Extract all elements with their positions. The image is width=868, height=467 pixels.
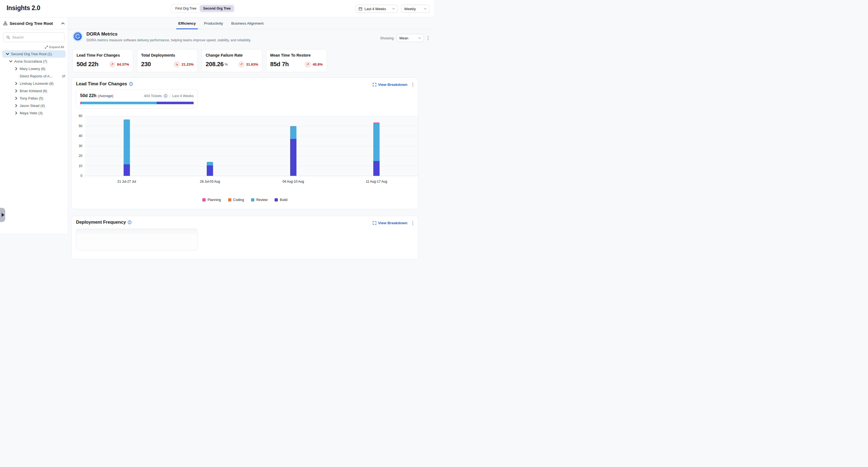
more-menu-icon[interactable] (427, 35, 430, 41)
chevron-right-icon (14, 67, 18, 70)
gridline (85, 136, 418, 136)
bar-segment-review (290, 126, 297, 139)
bar-segment-build (373, 161, 379, 176)
legend-item-review[interactable]: Review (251, 198, 268, 202)
org-tree: Second Org Tree Root (1) Anna Scozzafava… (0, 50, 68, 117)
stacked-bar (290, 126, 297, 176)
chevron-down-icon (392, 8, 395, 9)
divider: | (169, 94, 170, 98)
bar-segment-build (124, 164, 130, 176)
chevron-down-icon (5, 53, 9, 55)
y-axis-tick-label: 60 (79, 114, 82, 118)
org-tree-icon (3, 21, 7, 25)
top-bar: Insights 2.0 First Org Tree Second Org T… (0, 0, 434, 18)
tab-bar: Efficiency Productivity Business Alignme… (68, 18, 434, 29)
trend-up-icon: ↗ (109, 61, 115, 67)
bar-segment-build (290, 139, 297, 176)
tree-item[interactable]: Brian Kirkland (6) (0, 87, 68, 95)
x-axis-label: 28 Jul-03 Aug (191, 180, 229, 183)
y-axis-tick-label: 50 (79, 124, 82, 128)
search-icon (6, 35, 10, 39)
tab-productivity[interactable]: Productivity (204, 18, 224, 29)
bar-segment-review (373, 123, 379, 161)
metric-card-mean-time-to-restore: Mean Time To Restore 85d 7h ↗ 40.8% (266, 49, 327, 72)
toggle-first-org-tree[interactable]: First Org Tree (172, 5, 199, 12)
summary-value: 50d 22h (80, 93, 96, 98)
tickets-count: 404 Tickets (144, 94, 162, 98)
legend-swatch (203, 198, 206, 201)
lead-time-summary-card: 50d 22h (Average) 404 Tickets | Last 4 W… (76, 89, 198, 108)
y-axis-tick-label: 20 (79, 154, 82, 158)
tree-item-direct-reports[interactable]: Direct Reports of A... (0, 72, 68, 80)
section-title: Deployment Frequency (76, 220, 126, 225)
filter-sliders-icon[interactable] (62, 74, 66, 78)
gridline (85, 126, 418, 126)
dora-title: DORA Metrics (86, 31, 251, 37)
legend-swatch (251, 198, 254, 201)
trend-badge: ↘ 21.23% (174, 61, 194, 67)
date-range-select[interactable]: Last 4 Weeks (355, 5, 398, 13)
chevron-right-icon (14, 112, 18, 115)
granularity-value: Weekly (404, 7, 416, 11)
chevron-down-icon (424, 8, 427, 9)
info-icon[interactable] (129, 82, 133, 86)
gridline (85, 176, 418, 176)
expand-all-button[interactable]: Expand All (0, 45, 64, 49)
bar-segment-review (207, 162, 213, 165)
tree-item[interactable]: Anna Scozzafava (7) (0, 58, 68, 65)
dora-metrics-header: DORA Metrics DORA metrics measure softwa… (72, 31, 251, 42)
sidebar-header[interactable]: Second Org Tree Root (0, 18, 68, 29)
toggle-second-org-tree[interactable]: Second Org Tree (200, 5, 234, 12)
chevron-up-icon[interactable] (61, 23, 65, 24)
summary-suffix: (Average) (98, 94, 114, 98)
view-breakdown-button[interactable]: View Breakdown (373, 83, 407, 87)
phase-segment-review (82, 102, 157, 104)
tree-item[interactable]: Jason Stead (4) (0, 102, 68, 110)
sidebar-title: Second Org Tree Root (9, 21, 59, 26)
tree-item[interactable]: Tony Pallas (5) (0, 95, 68, 102)
view-breakdown-button[interactable]: View Breakdown (373, 221, 407, 225)
metric-card-change-failure-rate: Change Failure Rate 208.26 % ↗ 31.63% (202, 49, 262, 72)
expand-corners-icon (373, 221, 376, 225)
legend-item-build[interactable]: Build (275, 198, 287, 202)
stacked-bar (207, 162, 213, 176)
more-menu-icon[interactable] (411, 82, 414, 88)
y-axis-tick-label: 40 (79, 134, 82, 138)
deployment-frequency-section: Deployment Frequency View Breakdown (71, 216, 418, 234)
dora-subtitle: DORA metrics measure software delivery p… (86, 38, 251, 42)
phase-distribution-bar (80, 102, 194, 104)
main-content: Efficiency Productivity Business Alignme… (68, 18, 434, 234)
trend-up-icon: ↗ (305, 61, 311, 67)
tab-business-alignment[interactable]: Business Alignment (231, 18, 264, 29)
showing-select[interactable]: Mean (397, 34, 424, 42)
phase-segment-build (157, 102, 194, 104)
y-axis-tick-label: 0 (81, 174, 82, 178)
app-title: Insights 2.0 (6, 4, 40, 12)
info-icon[interactable] (164, 94, 167, 98)
sidebar-search (3, 33, 65, 42)
info-icon[interactable] (128, 220, 131, 224)
chevron-down-icon (418, 37, 421, 39)
tree-item[interactable]: Lindsay Liszewski (8) (0, 80, 68, 87)
legend-item-coding[interactable]: Coding (228, 198, 244, 202)
showing-value: Mean (400, 36, 409, 40)
sidebar-collapse-handle[interactable] (0, 208, 5, 222)
calendar-icon (359, 7, 362, 11)
y-axis-tick-label: 30 (79, 144, 82, 148)
expand-corners-icon (373, 83, 376, 86)
summary-period: Last 4 Weeks (172, 94, 194, 98)
tree-item[interactable]: Maya Yette (3) (0, 110, 68, 117)
org-tree-sidebar: Second Org Tree Root Expand All Second O… (0, 18, 68, 234)
tree-item[interactable]: Mary Lowery (6) (0, 65, 68, 72)
more-menu-icon[interactable] (411, 220, 414, 226)
tab-efficiency[interactable]: Efficiency (178, 18, 196, 29)
metric-card-total-deployments: Total Deployments 230 ↘ 21.23% (137, 49, 198, 72)
chevron-right-icon (14, 82, 18, 85)
legend-item-planning[interactable]: Planning (203, 198, 221, 202)
stacked-bar (373, 123, 379, 176)
trend-badge: ↗ 84.37% (109, 61, 129, 67)
tree-item-root[interactable]: Second Org Tree Root (1) (2, 50, 66, 58)
chevron-right-icon (14, 89, 18, 92)
granularity-select[interactable]: Weekly (401, 5, 430, 13)
search-input[interactable] (12, 35, 59, 39)
